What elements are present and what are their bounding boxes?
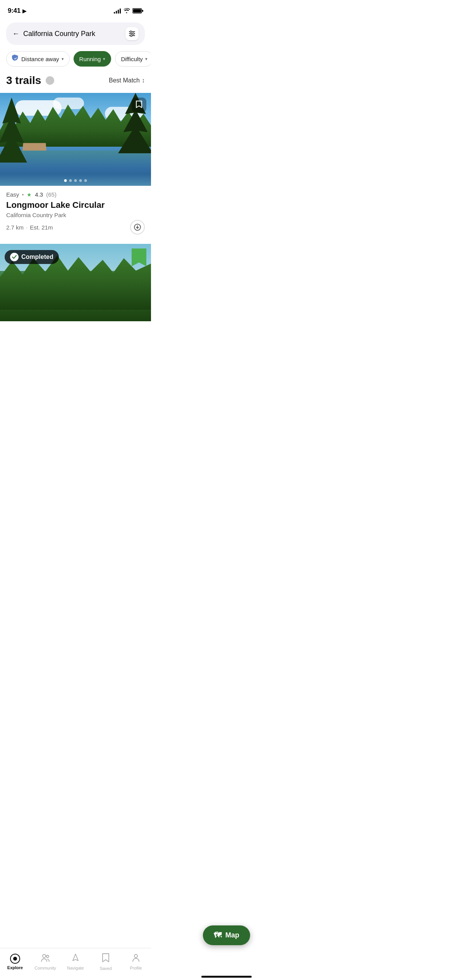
trail-info-1: Easy ★ 4.3 (65) Longmoor Lake Circular C… <box>0 186 151 238</box>
search-text: California Country Park <box>23 30 95 38</box>
svg-point-7 <box>132 33 134 34</box>
distance-label: Distance away <box>21 56 59 62</box>
trail-meta-1: Easy ★ 4.3 (65) <box>6 191 145 198</box>
trail-time-1: Est. 21m <box>30 224 53 231</box>
chevron-down-icon-difficulty: ▾ <box>145 57 148 62</box>
svg-rect-1 <box>133 9 141 13</box>
dot-2 <box>69 179 72 182</box>
trail-card-1[interactable]: Easy ★ 4.3 (65) Longmoor Lake Circular C… <box>0 93 151 238</box>
sort-icon: ↕ <box>142 77 145 84</box>
rating-1: 4.3 <box>35 191 43 198</box>
completed-label: Completed <box>21 254 53 260</box>
trail-image-2: Completed <box>0 244 151 321</box>
trail-card-2[interactable]: Completed <box>0 244 151 321</box>
dot-1 <box>64 179 67 182</box>
results-header: 3 trails Best Match ↕ <box>0 71 151 93</box>
trail-stats-1: 2.7 km · Est. 21m <box>6 224 53 231</box>
trail-distance-1: 2.7 km <box>6 224 24 231</box>
status-icons <box>114 8 143 14</box>
svg-rect-2 <box>142 10 143 12</box>
loading-indicator <box>46 76 54 85</box>
status-time: 9:41 <box>8 7 21 15</box>
difficulty-label: Difficulty <box>121 56 142 62</box>
shield-icon <box>12 55 19 63</box>
status-bar: 9:41 ▶ <box>0 0 151 19</box>
filter-chip-difficulty[interactable]: Difficulty ▾ <box>115 51 151 67</box>
difficulty-1: Easy <box>6 191 19 198</box>
check-icon <box>10 253 19 261</box>
running-label: Running <box>79 56 101 62</box>
download-button-1[interactable] <box>130 220 145 235</box>
dot-3 <box>74 179 77 182</box>
filter-button[interactable] <box>125 27 139 40</box>
image-dots <box>64 179 87 182</box>
bookmark-button-1[interactable] <box>132 98 146 112</box>
svg-point-6 <box>130 31 132 33</box>
completed-badge: Completed <box>5 250 59 264</box>
trail-image-1 <box>0 93 151 186</box>
trail-stats-row-1: 2.7 km · Est. 21m <box>6 220 145 235</box>
search-bar[interactable]: ← California Country Park <box>6 22 145 45</box>
dot-5 <box>84 179 87 182</box>
svg-point-8 <box>130 35 132 36</box>
filter-chip-running[interactable]: Running ▾ <box>74 51 112 67</box>
sort-label: Best Match <box>109 77 140 84</box>
dot-4 <box>79 179 82 182</box>
signal-icon <box>114 8 121 14</box>
bookmark-icon-1 <box>136 100 142 110</box>
back-button[interactable]: ← <box>12 30 19 38</box>
trail-name-1: Longmoor Lake Circular <box>6 200 145 210</box>
wifi-icon <box>123 8 130 14</box>
battery-icon <box>132 8 143 14</box>
filter-row: Distance away ▾ Running ▾ Difficulty ▾ <box>0 50 151 71</box>
location-icon: ▶ <box>22 8 26 14</box>
trail-location-1: California Country Park <box>6 212 145 218</box>
chevron-down-icon-running: ▾ <box>103 57 105 62</box>
filter-chip-distance[interactable]: Distance away ▾ <box>6 51 70 67</box>
chevron-down-icon: ▾ <box>62 57 64 62</box>
sort-button[interactable]: Best Match ↕ <box>109 77 145 84</box>
star-icon-1: ★ <box>27 192 32 198</box>
results-count: 3 trails <box>6 74 41 87</box>
rating-count-1: (65) <box>46 191 57 198</box>
trail-photo-1 <box>0 93 151 186</box>
